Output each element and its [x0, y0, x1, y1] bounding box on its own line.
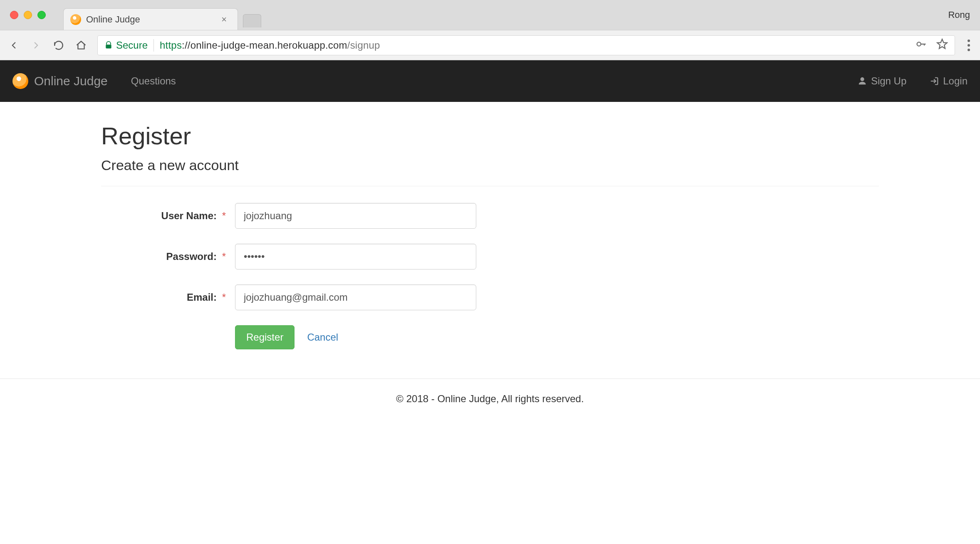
email-label: Email: * [101, 292, 235, 303]
footer: © 2018 - Online Judge, All rights reserv… [0, 378, 980, 419]
username-label: User Name: * [101, 210, 235, 222]
user-icon [858, 77, 867, 86]
username-input[interactable] [235, 203, 476, 229]
password-input[interactable] [235, 244, 476, 270]
app-navbar: Online Judge Questions Sign Up Login [0, 60, 980, 102]
browser-tab[interactable]: Online Judge × [63, 8, 238, 30]
secure-label: Secure [116, 40, 148, 51]
form-row-username: User Name: * [101, 203, 879, 229]
browser-menu-button[interactable] [965, 40, 973, 51]
brand[interactable]: Online Judge [12, 73, 108, 89]
tab-title: Online Judge [86, 14, 214, 25]
url-host: ://online-judge-mean.herokuapp.com [182, 40, 347, 51]
url-bar-actions [916, 38, 948, 52]
brand-title: Online Judge [34, 74, 108, 88]
email-input[interactable] [235, 284, 476, 310]
nav-links: Questions [131, 75, 176, 87]
nav-signup-label: Sign Up [871, 75, 906, 87]
key-icon[interactable] [916, 38, 927, 52]
email-label-text: Email: [187, 292, 217, 303]
cancel-link[interactable]: Cancel [307, 331, 338, 343]
home-button[interactable] [75, 40, 87, 51]
svg-marker-2 [937, 39, 947, 48]
footer-text: © 2018 - Online Judge, All rights reserv… [396, 393, 584, 404]
tab-bar: Online Judge × Rong [0, 0, 980, 30]
bookmark-star-icon[interactable] [936, 38, 948, 52]
reload-button[interactable] [52, 40, 65, 51]
browser-profile-name[interactable]: Rong [948, 10, 970, 20]
register-button[interactable]: Register [235, 325, 294, 349]
forward-button[interactable] [30, 40, 42, 51]
separator [101, 186, 879, 186]
brand-logo-icon [12, 73, 28, 89]
browser-chrome: Online Judge × Rong Secure https://onlin… [0, 0, 980, 60]
new-tab-button[interactable] [243, 14, 261, 27]
form-actions: Register Cancel [235, 325, 879, 349]
browser-toolbar: Secure https://online-judge-mean.herokua… [0, 30, 980, 60]
lock-icon [104, 41, 113, 50]
svg-rect-0 [106, 45, 111, 48]
required-mark: * [222, 292, 226, 303]
login-icon [930, 77, 939, 86]
address-bar[interactable]: Secure https://online-judge-mean.herokua… [97, 35, 955, 55]
url-text: https://online-judge-mean.herokuapp.com/… [160, 40, 380, 51]
required-mark: * [222, 210, 226, 221]
url-scheme: https [160, 40, 182, 51]
nav-login-link[interactable]: Login [930, 75, 968, 87]
nav-signup-link[interactable]: Sign Up [858, 75, 906, 87]
minimize-window-button[interactable] [24, 11, 32, 19]
nav-right: Sign Up Login [858, 75, 968, 87]
secure-indicator: Secure [104, 40, 148, 51]
required-mark: * [222, 251, 226, 262]
svg-point-1 [917, 42, 921, 46]
password-label-text: Password: [166, 251, 217, 262]
favicon-icon [70, 14, 81, 25]
form-row-email: Email: * [101, 284, 879, 310]
nav-link-questions[interactable]: Questions [131, 75, 176, 87]
page-subtitle: Create a new account [101, 157, 879, 173]
divider [153, 39, 154, 52]
back-button[interactable] [7, 40, 20, 51]
window-controls [0, 11, 46, 19]
form-row-password: Password: * [101, 244, 879, 270]
url-path: /signup [347, 40, 380, 51]
close-window-button[interactable] [10, 11, 18, 19]
password-label: Password: * [101, 251, 235, 262]
page-container: Register Create a new account User Name:… [101, 102, 879, 349]
maximize-window-button[interactable] [37, 11, 46, 19]
username-label-text: User Name: [161, 210, 217, 221]
tab-close-button[interactable]: × [219, 14, 229, 25]
page-heading: Register [101, 122, 879, 150]
nav-login-label: Login [943, 75, 968, 87]
